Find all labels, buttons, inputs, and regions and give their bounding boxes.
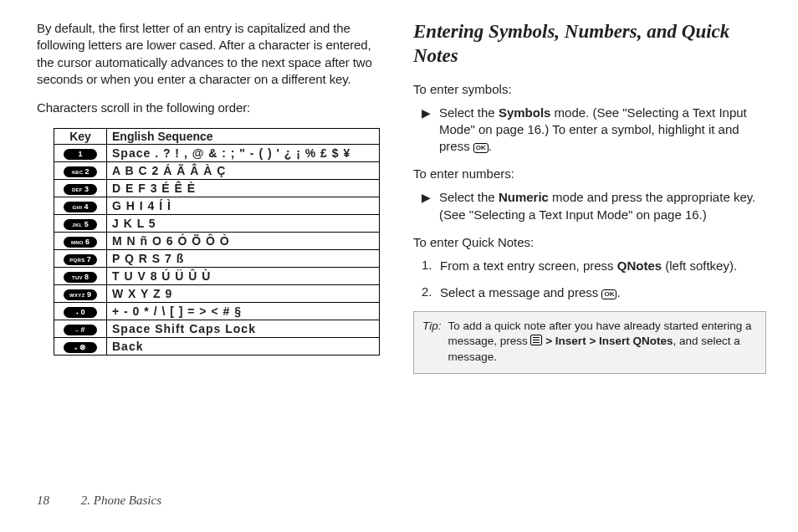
menu-button-icon [530,335,542,345]
keypad-1-icon: 1 [64,149,97,160]
table-row: ABC 2 A B C 2 Á Ã Â À Ç [54,162,380,180]
numbers-bullet: ▶ Select the Numeric mode and press the … [422,189,766,223]
tip-box: Tip: To add a quick note after you have … [413,311,766,374]
seq-0: + - 0 * / \ [ ] = > < # § [107,303,380,320]
seq-9: W X Y Z 9 [107,285,380,303]
keypad-4-icon: GHI 4 [64,202,97,212]
keypad-shift-icon: ⌐ # [64,325,97,335]
table-row: « ⊗ Back [54,338,380,356]
table-row: JKL 5 J K L 5 [54,215,380,233]
ok-button-icon: OK [473,143,489,153]
symbols-text: Select the Symbols mode. (See "Selecting… [439,105,766,156]
paragraph-intro: By default, the first letter of an entry… [37,20,390,88]
seq-6: M N ñ O 6 Ó Õ Ô Ò [107,233,380,250]
keypad-7-icon: PQRS 7 [64,254,97,265]
table-row: TUV 8 T U V 8 Ú Ü Û Ù [54,268,380,285]
keypad-2-icon: ABC 2 [64,166,97,177]
keypad-0-icon: + 0 [64,307,97,318]
seq-back: Back [107,338,380,356]
seq-2: A B C 2 Á Ã Â À Ç [107,162,380,180]
table-row: GHI 4 G H I 4 Í Ì [54,197,380,215]
paragraph-scroll: Characters scroll in the following order… [37,100,390,116]
table-row: ⌐ # Space Shift Caps Lock [54,320,380,338]
page-body: By default, the first letter of an entry… [0,0,798,485]
seq-8: T U V 8 Ú Ü Û Ù [107,268,380,285]
seq-3: D E F 3 É Ê È [107,180,380,197]
page-number: 18 [37,494,49,507]
numbers-text: Select the Numeric mode and press the ap… [439,189,766,223]
numbers-lead: To enter numbers: [413,166,766,181]
seq-4: G H I 4 Í Ì [107,197,380,215]
qnotes-step-1: 1. From a text entry screen, press QNote… [422,258,766,274]
right-column: Entering Symbols, Numbers, and Quick Not… [413,20,766,485]
symbols-lead: To enter symbols: [413,82,766,96]
step-number: 2. [422,284,437,301]
th-seq: English Sequence [107,129,380,145]
section-heading: Entering Symbols, Numbers, and Quick Not… [413,20,766,69]
page-footer: 18 2. Phone Basics [37,494,161,508]
keypad-back-icon: « ⊗ [64,342,97,353]
seq-shift: Space Shift Caps Lock [107,320,380,338]
table-row: MNO 6 M N ñ O 6 Ó Õ Ô Ò [54,233,380,250]
seq-7: P Q R S 7 ß [107,250,380,268]
seq-1: Space . ? ! , @ & : ; " - ( ) ' ¿ ¡ % £ … [107,145,380,162]
table-row: + 0 + - 0 * / \ [ ] = > < # § [54,303,380,320]
tip-text: To add a quick note after you have alrea… [448,319,757,365]
bullet-arrow-icon: ▶ [422,189,431,223]
keypad-5-icon: JKL 5 [64,219,97,230]
bullet-arrow-icon: ▶ [422,105,431,156]
keypad-3-icon: DEF 3 [64,184,97,195]
left-column: By default, the first letter of an entry… [37,20,390,485]
tip-label: Tip: [422,319,441,365]
symbols-bullet: ▶ Select the Symbols mode. (See "Selecti… [422,105,766,156]
keypad-6-icon: MNO 6 [64,237,97,248]
keypad-9-icon: WXYZ 9 [64,289,97,300]
table-row: PQRS 7 P Q R S 7 ß [54,250,380,268]
qnotes-lead: To enter Quick Notes: [413,235,766,249]
keypad-8-icon: TUV 8 [64,272,97,283]
table-row: DEF 3 D E F 3 É Ê È [54,180,380,197]
qnotes-step-2: 2. Select a message and press OK. [422,284,766,301]
chapter-title: 2. Phone Basics [81,494,161,507]
step-number: 1. [422,258,437,274]
ok-button-icon: OK [601,289,616,299]
table-row: 1 Space . ? ! , @ & : ; " - ( ) ' ¿ ¡ % … [54,145,380,162]
seq-5: J K L 5 [107,215,380,233]
key-sequence-table: Key English Sequence 1 Space . ? ! , @ &… [54,128,380,356]
th-key: Key [54,129,107,145]
table-row: WXYZ 9 W X Y Z 9 [54,285,380,303]
